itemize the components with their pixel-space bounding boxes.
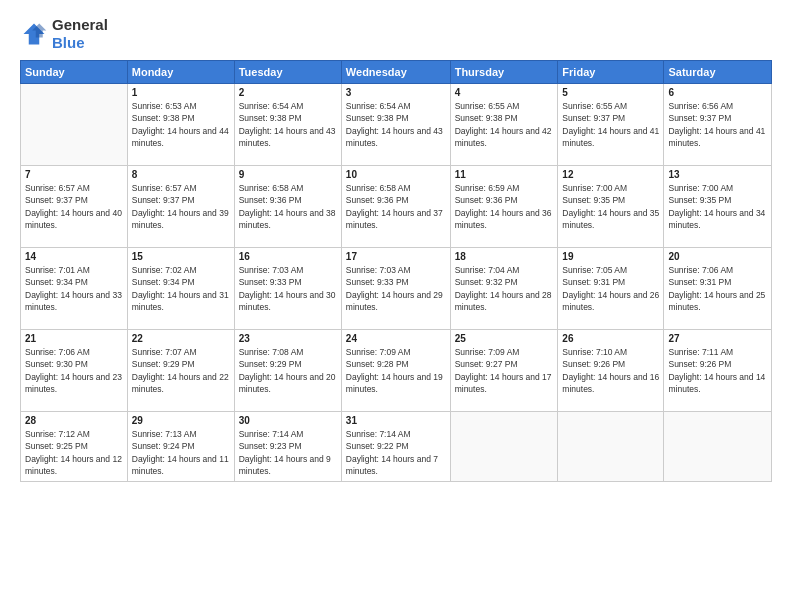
calendar-cell: 24Sunrise: 7:09 AMSunset: 9:28 PMDayligh…	[341, 330, 450, 412]
week-row-4: 21Sunrise: 7:06 AMSunset: 9:30 PMDayligh…	[21, 330, 772, 412]
week-row-1: 1Sunrise: 6:53 AMSunset: 9:38 PMDaylight…	[21, 84, 772, 166]
calendar-cell: 20Sunrise: 7:06 AMSunset: 9:31 PMDayligh…	[664, 248, 772, 330]
header: General Blue	[20, 16, 772, 52]
day-number: 8	[132, 169, 230, 180]
weekday-thursday: Thursday	[450, 61, 558, 84]
day-info: Sunrise: 7:12 AMSunset: 9:25 PMDaylight:…	[25, 428, 123, 477]
calendar-cell: 29Sunrise: 7:13 AMSunset: 9:24 PMDayligh…	[127, 412, 234, 482]
day-info: Sunrise: 7:09 AMSunset: 9:28 PMDaylight:…	[346, 346, 446, 395]
day-number: 25	[455, 333, 554, 344]
day-number: 7	[25, 169, 123, 180]
week-row-5: 28Sunrise: 7:12 AMSunset: 9:25 PMDayligh…	[21, 412, 772, 482]
logo-line2: Blue	[52, 34, 108, 52]
day-number: 29	[132, 415, 230, 426]
day-number: 19	[562, 251, 659, 262]
weekday-sunday: Sunday	[21, 61, 128, 84]
day-info: Sunrise: 7:05 AMSunset: 9:31 PMDaylight:…	[562, 264, 659, 313]
day-info: Sunrise: 6:59 AMSunset: 9:36 PMDaylight:…	[455, 182, 554, 231]
day-number: 1	[132, 87, 230, 98]
day-info: Sunrise: 7:14 AMSunset: 9:23 PMDaylight:…	[239, 428, 337, 477]
logo: General Blue	[20, 16, 108, 52]
calendar-cell: 12Sunrise: 7:00 AMSunset: 9:35 PMDayligh…	[558, 166, 664, 248]
day-info: Sunrise: 7:09 AMSunset: 9:27 PMDaylight:…	[455, 346, 554, 395]
calendar-cell: 10Sunrise: 6:58 AMSunset: 9:36 PMDayligh…	[341, 166, 450, 248]
day-info: Sunrise: 6:55 AMSunset: 9:37 PMDaylight:…	[562, 100, 659, 149]
day-info: Sunrise: 7:00 AMSunset: 9:35 PMDaylight:…	[668, 182, 767, 231]
calendar-table: SundayMondayTuesdayWednesdayThursdayFrid…	[20, 60, 772, 482]
day-number: 30	[239, 415, 337, 426]
day-info: Sunrise: 7:06 AMSunset: 9:31 PMDaylight:…	[668, 264, 767, 313]
day-info: Sunrise: 7:14 AMSunset: 9:22 PMDaylight:…	[346, 428, 446, 477]
calendar-cell: 1Sunrise: 6:53 AMSunset: 9:38 PMDaylight…	[127, 84, 234, 166]
day-number: 15	[132, 251, 230, 262]
day-number: 12	[562, 169, 659, 180]
calendar-cell	[558, 412, 664, 482]
day-info: Sunrise: 6:53 AMSunset: 9:38 PMDaylight:…	[132, 100, 230, 149]
day-number: 2	[239, 87, 337, 98]
day-number: 23	[239, 333, 337, 344]
day-number: 21	[25, 333, 123, 344]
day-number: 14	[25, 251, 123, 262]
calendar-cell: 26Sunrise: 7:10 AMSunset: 9:26 PMDayligh…	[558, 330, 664, 412]
day-info: Sunrise: 6:57 AMSunset: 9:37 PMDaylight:…	[25, 182, 123, 231]
calendar-cell: 9Sunrise: 6:58 AMSunset: 9:36 PMDaylight…	[234, 166, 341, 248]
weekday-tuesday: Tuesday	[234, 61, 341, 84]
logo-icon	[20, 20, 48, 48]
day-number: 16	[239, 251, 337, 262]
day-number: 27	[668, 333, 767, 344]
calendar-cell: 23Sunrise: 7:08 AMSunset: 9:29 PMDayligh…	[234, 330, 341, 412]
day-number: 18	[455, 251, 554, 262]
day-number: 20	[668, 251, 767, 262]
calendar-cell: 13Sunrise: 7:00 AMSunset: 9:35 PMDayligh…	[664, 166, 772, 248]
calendar-cell	[450, 412, 558, 482]
day-info: Sunrise: 6:55 AMSunset: 9:38 PMDaylight:…	[455, 100, 554, 149]
day-info: Sunrise: 6:57 AMSunset: 9:37 PMDaylight:…	[132, 182, 230, 231]
day-info: Sunrise: 7:07 AMSunset: 9:29 PMDaylight:…	[132, 346, 230, 395]
day-info: Sunrise: 7:03 AMSunset: 9:33 PMDaylight:…	[239, 264, 337, 313]
day-number: 31	[346, 415, 446, 426]
day-info: Sunrise: 6:54 AMSunset: 9:38 PMDaylight:…	[346, 100, 446, 149]
calendar-cell: 21Sunrise: 7:06 AMSunset: 9:30 PMDayligh…	[21, 330, 128, 412]
day-info: Sunrise: 7:13 AMSunset: 9:24 PMDaylight:…	[132, 428, 230, 477]
calendar-cell: 2Sunrise: 6:54 AMSunset: 9:38 PMDaylight…	[234, 84, 341, 166]
week-row-3: 14Sunrise: 7:01 AMSunset: 9:34 PMDayligh…	[21, 248, 772, 330]
weekday-header-row: SundayMondayTuesdayWednesdayThursdayFrid…	[21, 61, 772, 84]
calendar-cell: 25Sunrise: 7:09 AMSunset: 9:27 PMDayligh…	[450, 330, 558, 412]
calendar-cell: 11Sunrise: 6:59 AMSunset: 9:36 PMDayligh…	[450, 166, 558, 248]
day-number: 28	[25, 415, 123, 426]
day-info: Sunrise: 7:01 AMSunset: 9:34 PMDaylight:…	[25, 264, 123, 313]
calendar-cell: 7Sunrise: 6:57 AMSunset: 9:37 PMDaylight…	[21, 166, 128, 248]
calendar-cell: 17Sunrise: 7:03 AMSunset: 9:33 PMDayligh…	[341, 248, 450, 330]
weekday-monday: Monday	[127, 61, 234, 84]
day-info: Sunrise: 7:04 AMSunset: 9:32 PMDaylight:…	[455, 264, 554, 313]
day-number: 3	[346, 87, 446, 98]
week-row-2: 7Sunrise: 6:57 AMSunset: 9:37 PMDaylight…	[21, 166, 772, 248]
calendar-page: General Blue SundayMondayTuesdayWednesda…	[0, 0, 792, 612]
day-number: 24	[346, 333, 446, 344]
calendar-cell: 3Sunrise: 6:54 AMSunset: 9:38 PMDaylight…	[341, 84, 450, 166]
day-info: Sunrise: 6:56 AMSunset: 9:37 PMDaylight:…	[668, 100, 767, 149]
calendar-cell: 31Sunrise: 7:14 AMSunset: 9:22 PMDayligh…	[341, 412, 450, 482]
calendar-cell: 5Sunrise: 6:55 AMSunset: 9:37 PMDaylight…	[558, 84, 664, 166]
day-number: 4	[455, 87, 554, 98]
day-info: Sunrise: 7:02 AMSunset: 9:34 PMDaylight:…	[132, 264, 230, 313]
calendar-cell: 30Sunrise: 7:14 AMSunset: 9:23 PMDayligh…	[234, 412, 341, 482]
day-info: Sunrise: 7:10 AMSunset: 9:26 PMDaylight:…	[562, 346, 659, 395]
weekday-wednesday: Wednesday	[341, 61, 450, 84]
calendar-cell: 19Sunrise: 7:05 AMSunset: 9:31 PMDayligh…	[558, 248, 664, 330]
calendar-cell: 8Sunrise: 6:57 AMSunset: 9:37 PMDaylight…	[127, 166, 234, 248]
logo-line1: General	[52, 16, 108, 34]
day-number: 10	[346, 169, 446, 180]
day-info: Sunrise: 6:58 AMSunset: 9:36 PMDaylight:…	[239, 182, 337, 231]
calendar-cell: 22Sunrise: 7:07 AMSunset: 9:29 PMDayligh…	[127, 330, 234, 412]
weekday-saturday: Saturday	[664, 61, 772, 84]
day-number: 13	[668, 169, 767, 180]
day-number: 5	[562, 87, 659, 98]
day-number: 11	[455, 169, 554, 180]
day-number: 22	[132, 333, 230, 344]
calendar-cell: 4Sunrise: 6:55 AMSunset: 9:38 PMDaylight…	[450, 84, 558, 166]
calendar-cell	[21, 84, 128, 166]
day-info: Sunrise: 7:08 AMSunset: 9:29 PMDaylight:…	[239, 346, 337, 395]
day-info: Sunrise: 6:58 AMSunset: 9:36 PMDaylight:…	[346, 182, 446, 231]
calendar-cell: 18Sunrise: 7:04 AMSunset: 9:32 PMDayligh…	[450, 248, 558, 330]
